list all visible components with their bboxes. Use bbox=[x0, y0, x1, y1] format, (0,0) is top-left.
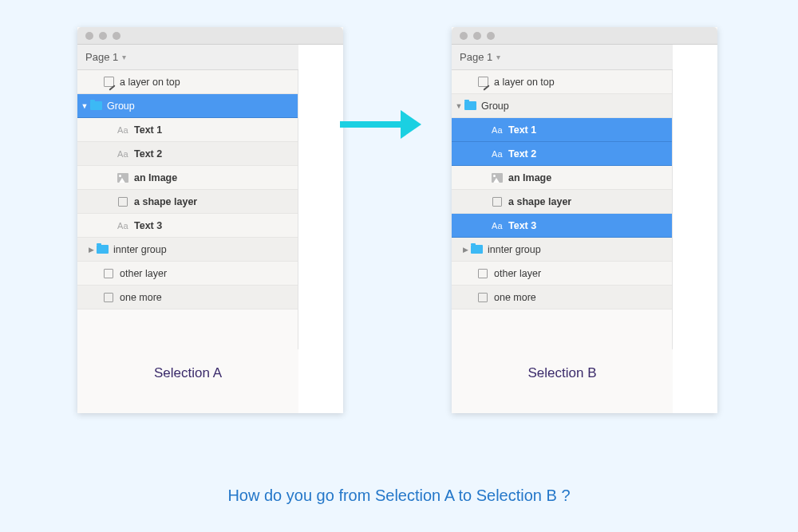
traffic-light-close-icon[interactable] bbox=[85, 32, 93, 40]
disclosure-triangle-icon[interactable]: ▶ bbox=[87, 246, 95, 254]
image-icon bbox=[492, 173, 503, 183]
layer-label: innter group bbox=[488, 244, 541, 255]
panel-b: Page 1 ▾ ▾ a layer on top▼GroupAaText 1A… bbox=[452, 27, 717, 413]
layer-label: Text 3 bbox=[508, 220, 536, 231]
titlebar bbox=[452, 27, 717, 45]
artboard-icon bbox=[104, 77, 114, 87]
titlebar bbox=[77, 27, 343, 45]
layer-label: an Image bbox=[508, 172, 551, 183]
layer-label: a shape layer bbox=[134, 196, 197, 207]
layer-row[interactable]: an Image bbox=[452, 166, 672, 190]
folder-icon bbox=[97, 245, 109, 254]
layer-row[interactable]: ▼Group bbox=[77, 94, 298, 118]
layer-row[interactable]: a layer on top bbox=[77, 70, 298, 94]
shape-icon bbox=[104, 293, 113, 302]
traffic-light-zoom-icon[interactable] bbox=[487, 32, 495, 40]
panel-a: Page 1 ▾ ▾ a layer on top▼GroupAaText 1A… bbox=[77, 27, 343, 413]
layer-label: an Image bbox=[134, 172, 177, 183]
chevron-down-icon: ▾ bbox=[496, 53, 500, 61]
traffic-light-close-icon[interactable] bbox=[460, 32, 468, 40]
folder-icon bbox=[464, 101, 476, 110]
layer-label: other layer bbox=[494, 268, 541, 279]
artboard-icon bbox=[478, 77, 488, 87]
disclosure-triangle-icon[interactable]: ▼ bbox=[81, 102, 89, 110]
layer-row[interactable]: AaText 2 bbox=[77, 142, 298, 166]
layer-row[interactable]: ▼Group bbox=[452, 94, 672, 118]
layer-label: Text 1 bbox=[508, 124, 536, 136]
layer-label: a shape layer bbox=[508, 196, 571, 207]
traffic-light-minimize-icon[interactable] bbox=[99, 32, 107, 40]
layer-label: innter group bbox=[113, 244, 167, 255]
text-layer-icon: Aa bbox=[117, 125, 128, 135]
layer-label: other layer bbox=[120, 268, 167, 279]
layer-row[interactable]: one more bbox=[452, 286, 672, 309]
layer-row[interactable]: AaText 3 bbox=[452, 214, 672, 238]
layer-row[interactable]: AaText 3 bbox=[77, 214, 298, 238]
text-layer-icon: Aa bbox=[492, 221, 503, 231]
page-label: Page 1 bbox=[85, 51, 118, 63]
layer-label: Group bbox=[481, 100, 509, 112]
text-layer-icon: Aa bbox=[117, 149, 128, 159]
shape-icon bbox=[104, 269, 113, 278]
folder-icon bbox=[471, 245, 483, 254]
text-layer-icon: Aa bbox=[117, 221, 128, 231]
layer-label: Text 2 bbox=[508, 148, 536, 160]
image-icon bbox=[117, 173, 128, 183]
layer-list: a layer on top▼GroupAaText 1AaText 2an I… bbox=[77, 70, 298, 349]
panel-caption: Selection B bbox=[452, 365, 673, 381]
layer-row[interactable]: other layer bbox=[77, 262, 298, 286]
question-text: How do you go from Selection A to Select… bbox=[0, 487, 798, 505]
layer-row[interactable]: AaText 2 bbox=[452, 142, 672, 166]
shape-icon bbox=[492, 197, 502, 207]
chevron-down-icon: ▾ bbox=[122, 53, 126, 61]
layer-list: a layer on top▼GroupAaText 1AaText 2an I… bbox=[452, 70, 673, 349]
shape-icon bbox=[478, 269, 488, 278]
layer-row[interactable]: one more bbox=[77, 286, 298, 309]
layer-label: Text 1 bbox=[134, 124, 162, 136]
text-layer-icon: Aa bbox=[492, 149, 503, 159]
panel-caption: Selection A bbox=[77, 365, 298, 381]
layer-row[interactable]: AaText 1 bbox=[77, 118, 298, 142]
folder-icon bbox=[90, 101, 102, 110]
layer-label: Text 2 bbox=[134, 148, 162, 160]
page-label: Page 1 bbox=[460, 51, 492, 63]
arrow-icon bbox=[340, 121, 404, 128]
canvas-area bbox=[673, 45, 717, 413]
traffic-light-zoom-icon[interactable] bbox=[113, 32, 120, 40]
traffic-light-minimize-icon[interactable] bbox=[473, 32, 481, 40]
disclosure-triangle-icon[interactable]: ▶ bbox=[461, 246, 469, 254]
layer-row[interactable]: an Image bbox=[77, 166, 298, 190]
canvas-area bbox=[298, 45, 343, 413]
layer-label: Group bbox=[107, 100, 135, 112]
layer-row[interactable]: a shape layer bbox=[77, 190, 298, 214]
layer-label: Text 3 bbox=[134, 220, 162, 231]
layer-label: a layer on top bbox=[494, 77, 555, 88]
layer-row[interactable]: ▶innter group bbox=[452, 238, 672, 262]
text-layer-icon: Aa bbox=[492, 125, 503, 135]
layer-row[interactable]: ▶innter group bbox=[77, 238, 298, 262]
layer-label: one more bbox=[120, 292, 162, 303]
layer-row[interactable]: AaText 1 bbox=[452, 118, 672, 142]
layer-row[interactable]: a layer on top bbox=[452, 70, 672, 94]
shape-icon bbox=[118, 197, 128, 207]
disclosure-triangle-icon[interactable]: ▼ bbox=[455, 102, 463, 110]
layer-label: a layer on top bbox=[120, 77, 180, 88]
shape-icon bbox=[478, 293, 488, 302]
layer-label: one more bbox=[494, 292, 536, 303]
layer-row[interactable]: a shape layer bbox=[452, 190, 672, 214]
layer-row[interactable]: other layer bbox=[452, 262, 672, 286]
